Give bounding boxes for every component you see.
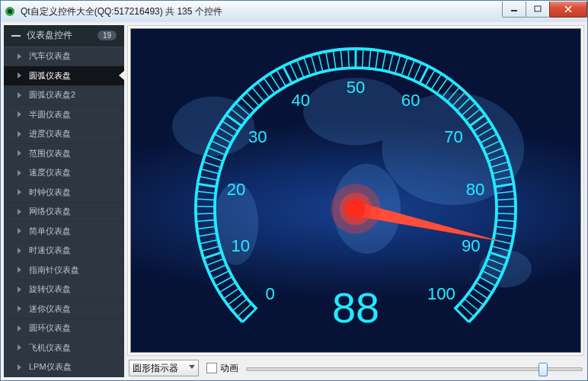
chevron-right-icon [18, 248, 21, 254]
svg-line-64 [382, 52, 386, 71]
sidebar-group-header[interactable]: 仪表盘控件 19 [4, 25, 124, 47]
svg-line-99 [491, 246, 510, 251]
svg-line-72 [431, 74, 441, 90]
svg-line-48 [270, 74, 280, 90]
sidebar-item-5[interactable]: 范围仪表盘 [4, 144, 124, 164]
svg-line-38 [218, 127, 235, 137]
main-panel: 010203040506070809010088 圆形指示器 动画 [127, 25, 584, 377]
sidebar-item-1[interactable]: 圆弧仪表盘 [4, 66, 124, 86]
sidebar[interactable]: 仪表盘控件 19 汽车仪表盘圆弧仪表盘圆弧仪表盘2半圆仪表盘进度仪表盘范围仪表盘… [4, 25, 124, 377]
chevron-right-icon [18, 150, 21, 156]
svg-line-24 [197, 226, 216, 229]
svg-line-88 [492, 169, 510, 174]
sidebar-item-8[interactable]: 网络仪表盘 [4, 203, 124, 223]
gauge-svg: 010203040506070809010088 [131, 29, 580, 352]
slider-thumb[interactable] [538, 363, 548, 376]
svg-point-125 [346, 200, 365, 219]
svg-line-26 [196, 213, 215, 214]
svg-text:30: 30 [248, 127, 267, 146]
value-slider[interactable] [246, 360, 583, 376]
sidebar-item-14[interactable]: 圆环仪表盘 [4, 319, 124, 339]
svg-line-28 [196, 199, 215, 200]
sidebar-item-9[interactable]: 简单仪表盘 [4, 222, 124, 242]
sidebar-item-12[interactable]: 旋转仪表盘 [4, 280, 124, 300]
sidebar-item-label: 圆弧仪表盘2 [29, 89, 75, 101]
titlebar[interactable]: Qt自定义控件大全(QQ:517216493) 共 135 个控件 [1, 1, 587, 23]
svg-line-58 [340, 50, 342, 69]
svg-line-70 [419, 66, 428, 85]
svg-line-55 [318, 53, 323, 72]
svg-line-102 [485, 265, 503, 273]
pointer-style-select[interactable]: 圆形指示器 [129, 360, 199, 376]
svg-line-69 [414, 63, 421, 81]
svg-line-22 [200, 239, 218, 243]
svg-line-61 [363, 49, 363, 68]
sidebar-item-7[interactable]: 时钟仪表盘 [4, 183, 124, 203]
collapse-icon [11, 35, 21, 37]
sidebar-item-16[interactable]: LPM仪表盘 [4, 358, 124, 378]
svg-line-59 [348, 49, 349, 68]
svg-line-21 [201, 246, 219, 251]
svg-line-85 [486, 148, 503, 155]
sidebar-item-label: 时速仪表盘 [29, 245, 71, 256]
close-button[interactable] [549, 2, 587, 18]
svg-line-87 [491, 162, 509, 167]
sidebar-item-13[interactable]: 迷你仪表盘 [4, 299, 124, 319]
chevron-right-icon [18, 228, 21, 234]
svg-line-35 [208, 148, 225, 155]
sidebar-item-10[interactable]: 时速仪表盘 [4, 242, 124, 261]
footer-controls: 圆形指示器 动画 [127, 359, 584, 377]
svg-point-1 [8, 9, 12, 14]
svg-line-16 [216, 277, 232, 286]
sidebar-item-0[interactable]: 汽车仪表盘 [4, 47, 124, 67]
chevron-right-icon [18, 267, 21, 273]
svg-line-19 [206, 258, 223, 265]
svg-line-105 [476, 283, 492, 293]
chevron-right-icon [18, 325, 21, 331]
svg-text:50: 50 [347, 78, 366, 97]
sidebar-item-15[interactable]: 飞机仪表盘 [4, 338, 124, 358]
svg-rect-2 [511, 10, 517, 11]
svg-line-29 [197, 191, 216, 194]
chevron-right-icon [18, 287, 21, 293]
sidebar-item-2[interactable]: 圆弧仪表盘2 [4, 86, 124, 106]
svg-line-30 [198, 184, 219, 187]
svg-text:100: 100 [427, 284, 455, 303]
svg-line-50 [283, 66, 292, 85]
svg-rect-3 [535, 6, 541, 11]
sidebar-item-4[interactable]: 进度仪表盘 [4, 125, 124, 145]
svg-line-71 [426, 70, 435, 87]
svg-line-49 [276, 70, 286, 87]
svg-line-25 [197, 220, 216, 222]
svg-text:0: 0 [265, 284, 274, 303]
svg-line-73 [436, 78, 447, 93]
maximize-button[interactable] [526, 2, 550, 18]
chevron-right-icon [18, 189, 21, 195]
svg-line-15 [219, 283, 235, 293]
svg-line-62 [369, 50, 370, 69]
svg-line-33 [203, 162, 221, 167]
svg-line-83 [481, 134, 497, 143]
sidebar-item-3[interactable]: 半圆仪表盘 [4, 105, 124, 125]
checkbox-box [206, 363, 217, 373]
sidebar-item-label: 网络仪表盘 [29, 206, 71, 217]
svg-line-101 [487, 258, 505, 265]
chevron-right-icon [18, 170, 21, 176]
svg-text:60: 60 [401, 91, 420, 110]
svg-line-13 [228, 293, 243, 305]
chevron-right-icon [18, 131, 21, 137]
svg-line-34 [205, 155, 223, 161]
svg-text:10: 10 [231, 236, 250, 255]
window-title: Qt自定义控件大全(QQ:517216493) 共 135 个控件 [21, 5, 503, 18]
minimize-button[interactable] [502, 2, 526, 18]
gauge-canvas: 010203040506070809010088 [130, 28, 581, 353]
svg-line-103 [482, 271, 499, 279]
svg-line-17 [212, 271, 228, 279]
sidebar-item-6[interactable]: 速度仪表盘 [4, 164, 124, 184]
svg-line-14 [223, 288, 239, 299]
svg-line-20 [203, 252, 223, 258]
svg-line-56 [326, 52, 330, 71]
animation-checkbox[interactable]: 动画 [206, 362, 238, 375]
svg-line-51 [290, 63, 298, 81]
sidebar-item-11[interactable]: 指南针仪表盘 [4, 261, 124, 280]
